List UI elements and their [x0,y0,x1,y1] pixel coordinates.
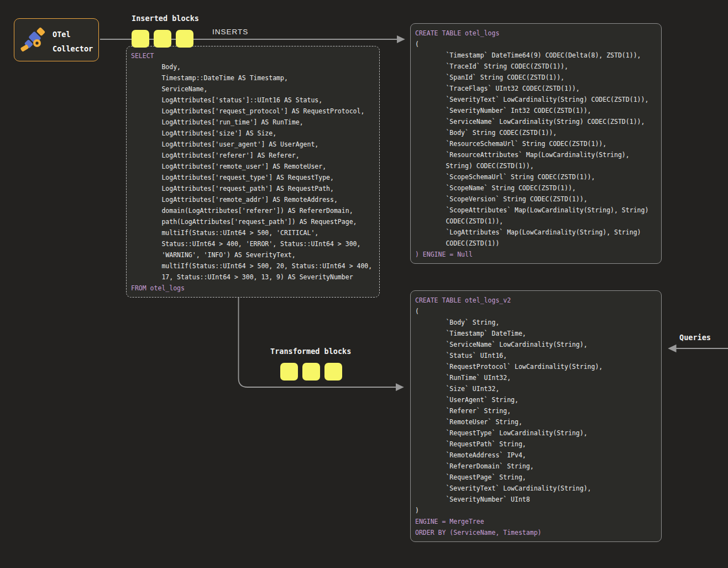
code-line: ( [415,306,659,317]
code-line: `Body` String, [415,317,659,328]
code-line: `SeverityText` LowCardinality(String), [415,483,659,494]
data-block [154,30,171,48]
select-query-box: SELECT Body, Timestamp::DateTime AS Time… [126,46,380,298]
code-line: `RequestProtocol` LowCardinality(String)… [415,361,659,372]
create-table-otel-logs-code: CREATE TABLE otel_logs( `Timestamp` Date… [411,24,661,264]
select-query-code: SELECT Body, Timestamp::DateTime AS Time… [127,46,379,298]
code-line: 'WARNING', 'INFO') AS SeverityText, [131,249,377,260]
code-line: `TraceFlags` UInt32 CODEC(ZSTD(1)), [415,83,659,94]
code-line: ) ENGINE = Null [415,249,659,260]
code-line: LogAttributes['request_path'] AS Request… [131,183,377,194]
code-line: `Status` UInt16, [415,350,659,361]
code-line: `ServiceName` LowCardinality(String), [415,339,659,350]
code-line: `TraceId` String CODEC(ZSTD(1)), [415,61,659,72]
code-line: `SeverityText` LowCardinality(String) CO… [415,94,659,105]
otel-collector-title-line1: OTel [53,27,93,41]
code-line: SELECT [131,50,377,61]
code-line: `ResourceAttributes` Map(LowCardinality(… [415,149,659,160]
code-line: LogAttributes['remote_user'] AS RemoteUs… [131,161,377,172]
code-line: `RemoteAddress` IPv4, [415,450,659,461]
code-line: `RemoteUser` String, [415,416,659,428]
code-line: ServiceName, [131,84,377,95]
code-line: ( [415,39,659,50]
diagram-canvas: OTel Collector Inserted blocks INSERTS T… [0,0,728,568]
code-line: `ScopeSchemaUrl` String CODEC(ZSTD(1)), [415,171,659,183]
data-block [324,363,342,381]
telescope-icon [19,25,48,54]
data-block [302,363,320,381]
code-line: LogAttributes['run_time'] AS RunTime, [131,117,377,128]
code-line: multiIf(Status::UInt64 > 500, 20, Status… [131,260,377,272]
code-line: `LogAttributes` Map(LowCardinality(Strin… [415,227,659,238]
code-line: LogAttributes['referer'] AS Referer, [131,150,377,161]
code-line: ) [415,505,659,516]
create-table-otel-logs-v2-box: CREATE TABLE otel_logs_v2( `Body` String… [410,290,662,542]
code-line: `SeverityNumber` Int32 CODEC(ZSTD(1)), [415,105,659,116]
code-line: `UserAgent` String, [415,394,659,405]
code-line: String) CODEC(ZSTD(1)), [415,160,659,171]
code-line: 17, Status::UInt64 > 300, 13, 9) AS Seve… [131,272,377,283]
code-line: `SpanId` String CODEC(ZSTD(1)), [415,72,659,83]
code-line: `Referer` String, [415,405,659,416]
code-line: `Body` String CODEC(ZSTD(1)), [415,127,659,138]
code-line: `RunTime` UInt32, [415,372,659,383]
code-line: CODEC(ZSTD(1)), [415,216,659,227]
code-line: `ServiceName` LowCardinality(String) COD… [415,116,659,127]
code-line: path(LogAttributes['request_path']) AS R… [131,216,377,227]
code-line: `RequestPage` String, [415,472,659,483]
data-block [132,30,149,48]
code-line: LogAttributes['remote_addr'] AS RemoteAd… [131,194,377,205]
code-line: `SeverityNumber` UInt8 [415,494,659,505]
code-line: `ResourceSchemaUrl` String CODEC(ZSTD(1)… [415,138,659,149]
create-table-otel-logs-box: CREATE TABLE otel_logs( `Timestamp` Date… [410,23,662,264]
data-block [280,363,298,381]
transformed-blocks-label: Transformed blocks [270,347,351,356]
create-table-otel-logs-v2-code: CREATE TABLE otel_logs_v2( `Body` String… [411,291,661,542]
code-line: CREATE TABLE otel_logs_v2 [415,295,659,306]
otel-collector-title-line2: Collector [53,41,93,56]
code-line: `ScopeVersion` String CODEC(ZSTD(1)), [415,194,659,205]
inserted-blocks-label: Inserted blocks [132,14,199,23]
code-line: Status::UInt64 > 400, 'ERROR', Status::U… [131,238,377,249]
code-line: ENGINE = MergeTree [415,516,659,527]
code-line: `ScopeName` String CODEC(ZSTD(1)), [415,183,659,194]
code-line: multiIf(Status::UInt64 > 500, 'CRITICAL'… [131,227,377,238]
code-line: `RequestPath` String, [415,439,659,450]
code-line: CREATE TABLE otel_logs [415,28,659,39]
data-block [176,30,193,48]
code-line: `Timestamp` DateTime, [415,328,659,339]
inserted-blocks-group [132,30,193,48]
inserts-label: INSERTS [212,28,248,36]
code-line: `Timestamp` DateTime64(9) CODEC(Delta(8)… [415,50,659,61]
code-line: LogAttributes['request_protocol'] AS Req… [131,106,377,117]
code-line: CODEC(ZSTD(1)) [415,238,659,249]
code-line: `ScopeAttributes` Map(LowCardinality(Str… [415,205,659,216]
code-line: `RequestType` LowCardinality(String), [415,428,659,439]
code-line: ORDER BY (ServiceName, Timestamp) [415,527,659,538]
code-line: Timestamp::DateTime AS Timestamp, [131,72,377,84]
otel-collector-title: OTel Collector [53,27,93,56]
code-line: LogAttributes['size'] AS Size, [131,128,377,139]
transformed-blocks-group [280,363,342,381]
code-line: Body, [131,61,377,72]
code-line: LogAttributes['user_agent'] AS UserAgent… [131,139,377,150]
code-line: LogAttributes['status']::UInt16 AS Statu… [131,95,377,106]
code-line: `Size` UInt32, [415,383,659,394]
code-line: FROM otel_logs [131,283,377,294]
code-line: domain(LogAttributes['referer']) AS Refe… [131,205,377,216]
otel-collector-node: OTel Collector [14,18,99,61]
queries-label: Queries [679,333,711,342]
code-line: LogAttributes['request_type'] AS Request… [131,172,377,183]
code-line: `RefererDomain` String, [415,461,659,472]
